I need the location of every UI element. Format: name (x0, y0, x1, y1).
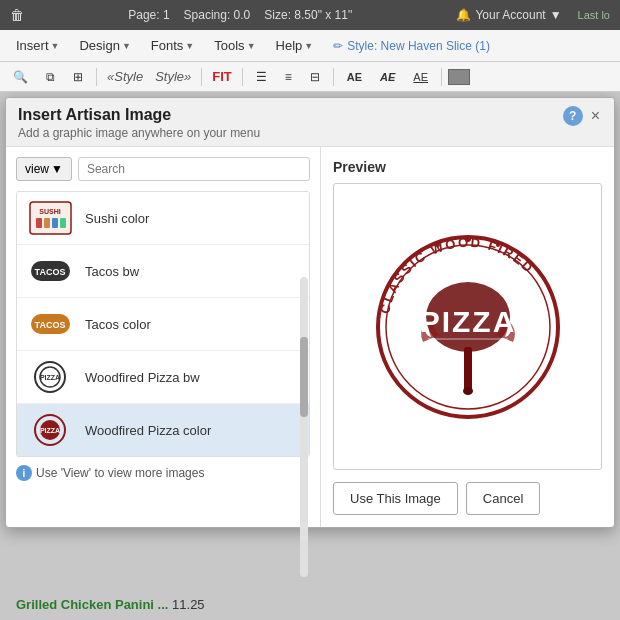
account-area[interactable]: 🔔 Your Account ▼ (456, 8, 561, 22)
modal-header: Insert Artisan Image Add a graphic image… (6, 98, 614, 147)
view-label: view (25, 162, 49, 176)
toolbar-search-btn[interactable]: 🔍 (6, 67, 35, 87)
search-icon: 🔍 (13, 70, 28, 84)
top-bar: 🗑 Page: 1 Spacing: 0.0 Size: 8.50" x 11"… (0, 0, 620, 30)
color-picker[interactable] (448, 69, 470, 85)
menu-fonts[interactable]: Fonts ▼ (143, 34, 202, 57)
use-image-button[interactable]: Use This Image (333, 482, 458, 515)
account-icon: 🔔 (456, 8, 471, 22)
pizza-bw-thumb: PIZZA (25, 357, 75, 397)
menu-insert[interactable]: Insert ▼ (8, 34, 67, 57)
menu-insert-label: Insert (16, 38, 49, 53)
toolbar-grid-btn[interactable]: ⊞ (66, 67, 90, 87)
menu-help[interactable]: Help ▼ (268, 34, 322, 57)
svg-text:PIZZA: PIZZA (39, 427, 59, 434)
svg-rect-6 (60, 218, 66, 228)
toolbar-list-btn[interactable]: ☰ (249, 67, 274, 87)
page-info: Page: 1 Spacing: 0.0 Size: 8.50" x 11" (40, 8, 440, 22)
svg-text:TACOS: TACOS (34, 320, 65, 330)
menu-fonts-label: Fonts (151, 38, 184, 53)
svg-text:PIZZA: PIZZA (39, 374, 59, 381)
bg-content: Grilled Chicken Panini ... 11.25 (0, 589, 620, 620)
tacos-bw-label: Tacos bw (85, 264, 139, 279)
modal-subtitle: Add a graphic image anywhere on your men… (18, 126, 260, 140)
view-hint: i Use 'View' to view more images (16, 465, 310, 481)
bg-price: 11.25 (172, 597, 205, 612)
style-tag: ✏ Style: New Haven Slice (1) (333, 39, 490, 53)
account-chevron-icon: ▼ (550, 8, 562, 22)
sushi-color-label: Sushi color (85, 211, 149, 226)
pizza-color-thumb: PIZZA (25, 410, 75, 450)
svg-rect-21 (464, 347, 472, 392)
modal-help-button[interactable]: ? (563, 106, 583, 126)
svg-text:SUSHI: SUSHI (39, 208, 60, 215)
sushi-thumb: SUSHI (25, 198, 75, 238)
style-left-label: «Style (103, 69, 147, 84)
size-label: Size: 8.50" x 11" (264, 8, 352, 22)
toolbar-ae2-btn[interactable]: AE (373, 68, 402, 86)
menu-design[interactable]: Design ▼ (71, 34, 138, 57)
modal-close-button[interactable]: × (589, 107, 602, 125)
trash-icon[interactable]: 🗑 (10, 7, 24, 23)
toolbar-ae3-btn[interactable]: AE (406, 68, 435, 86)
separator-2 (201, 68, 202, 86)
view-chevron-icon: ▼ (51, 162, 63, 176)
tacos-color-thumb: TACOS (25, 304, 75, 344)
toolbar-align-btn[interactable]: ⊟ (303, 67, 327, 87)
cancel-button[interactable]: Cancel (466, 482, 540, 515)
left-panel: view ▼ SUSHI (6, 147, 321, 527)
svg-text:PIZZA: PIZZA (419, 305, 516, 338)
scrollbar[interactable] (300, 277, 308, 577)
menu-bar: Insert ▼ Design ▼ Fonts ▼ Tools ▼ Help ▼… (0, 30, 620, 62)
separator-1 (96, 68, 97, 86)
fit-label[interactable]: FIT (208, 69, 236, 84)
toolbar: 🔍 ⧉ ⊞ «Style Style» FIT ☰ ≡ ⊟ AE AE AE (0, 62, 620, 92)
modal: Insert Artisan Image Add a graphic image… (5, 97, 615, 528)
page-label: Page: 1 (128, 8, 169, 22)
toolbar-list2-btn[interactable]: ≡ (278, 67, 299, 87)
account-label: Your Account (475, 8, 545, 22)
view-hint-label: Use 'View' to view more images (36, 466, 204, 480)
list-item[interactable]: PIZZA Woodfired Pizza bw (17, 351, 309, 404)
modal-header-actions: ? × (563, 106, 602, 126)
search-input[interactable] (78, 157, 310, 181)
toolbar-ae1-btn[interactable]: AE (340, 68, 369, 86)
separator-4 (333, 68, 334, 86)
list-item[interactable]: TACOS Tacos bw (17, 245, 309, 298)
modal-header-text: Insert Artisan Image Add a graphic image… (18, 106, 260, 140)
view-button[interactable]: view ▼ (16, 157, 72, 181)
tacos-color-label: Tacos color (85, 317, 151, 332)
separator-3 (242, 68, 243, 86)
tools-chevron-icon: ▼ (247, 41, 256, 51)
list-item[interactable]: PIZZA Woodfired Pizza color (17, 404, 309, 456)
preview-box: CLASSIC WOOD FIRED (333, 183, 602, 470)
list-item[interactable]: SUSHI Sushi color (17, 192, 309, 245)
grid-icon: ⊞ (73, 70, 83, 84)
fonts-chevron-icon: ▼ (185, 41, 194, 51)
scrollbar-thumb[interactable] (300, 337, 308, 417)
help-chevron-icon: ▼ (304, 41, 313, 51)
modal-title: Insert Artisan Image (18, 106, 260, 124)
search-row: view ▼ (16, 157, 310, 181)
pizza-preview-image: CLASSIC WOOD FIRED (368, 227, 568, 427)
style-tag-label: Style: New Haven Slice (1) (347, 39, 490, 53)
style-right-label: Style» (151, 69, 195, 84)
menu-tools[interactable]: Tools ▼ (206, 34, 263, 57)
svg-point-25 (465, 236, 471, 242)
menu-tools-label: Tools (214, 38, 244, 53)
svg-point-26 (496, 243, 500, 247)
toolbar-copy-btn[interactable]: ⧉ (39, 67, 62, 87)
preview-label: Preview (333, 159, 602, 175)
separator-5 (441, 68, 442, 86)
pizza-color-label: Woodfired Pizza color (85, 423, 211, 438)
copy-icon: ⧉ (46, 70, 55, 84)
bg-menu-item: Grilled Chicken Panini ... (16, 597, 168, 612)
action-buttons: Use This Image Cancel (333, 482, 602, 515)
brush-icon: ✏ (333, 39, 343, 53)
design-chevron-icon: ▼ (122, 41, 131, 51)
tacos-bw-thumb: TACOS (25, 251, 75, 291)
image-list: SUSHI Sushi color (16, 191, 310, 457)
svg-text:TACOS: TACOS (34, 267, 65, 277)
list-item[interactable]: TACOS Tacos color (17, 298, 309, 351)
insert-chevron-icon: ▼ (51, 41, 60, 51)
